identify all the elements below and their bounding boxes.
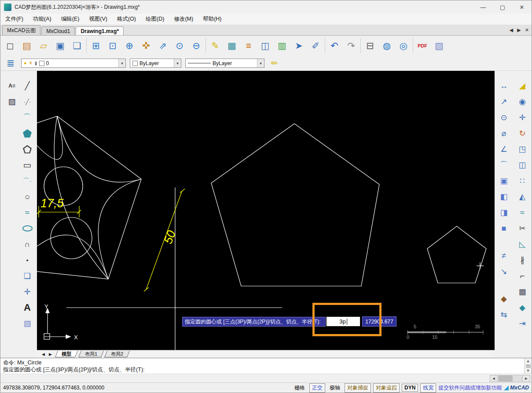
tab-scroll-left-icon[interactable]: ◀ (510, 27, 513, 33)
3d-cube-icon[interactable]: ◆ (515, 300, 529, 316)
large-pentagon-entity[interactable] (211, 124, 379, 286)
erase-icon[interactable]: ◢ (515, 78, 529, 94)
dim-aligned-icon[interactable]: ↗ (497, 94, 511, 110)
dim-radius-icon[interactable]: ⊙ (497, 110, 511, 125)
redo-icon[interactable]: ↷ (343, 37, 360, 55)
web-arc-entity[interactable] (37, 116, 62, 159)
construction-line-icon[interactable]: ·╱· (22, 96, 33, 107)
web-arc-entity[interactable] (57, 116, 141, 182)
menu-view[interactable]: 视图(V) (84, 14, 112, 25)
print-icon[interactable]: ⊟ (362, 37, 378, 55)
polygon-outline-tool-icon[interactable] (22, 143, 33, 155)
ellipse-tool-icon[interactable] (22, 223, 33, 234)
dim-angular-icon[interactable]: ∠ (497, 141, 511, 157)
arc-tool-icon[interactable]: ⌒ (22, 112, 33, 123)
leader-icon[interactable]: ↘ (497, 264, 511, 279)
toggle-otrack[interactable]: 对象追踪 (373, 383, 400, 393)
menu-file[interactable]: 文件(F) (0, 14, 28, 25)
export-select-icon[interactable]: ➤ (290, 37, 307, 55)
text-tool-icon[interactable]: A (22, 302, 33, 313)
command-line-area[interactable]: 命令: Mx_Circle 指定圆的圆心或 [三点(3P)/两点(2P)]/切点… (0, 358, 532, 374)
dim-diameter-icon[interactable]: ⌀ (497, 125, 511, 141)
scale-icon[interactable]: ◳ (515, 141, 529, 157)
menu-function[interactable]: 功能(A) (28, 14, 56, 25)
save-icon[interactable]: ▣ (52, 37, 69, 55)
polyline-tool-icon[interactable]: ⌒· (22, 175, 33, 187)
horizontal-scrollbar[interactable]: ◄ ► (0, 374, 532, 382)
break-icon[interactable]: ∦ (515, 252, 529, 268)
3d-box-icon[interactable]: ◆ (497, 291, 511, 307)
menu-edit[interactable]: 编辑(E) (56, 14, 84, 25)
layout-nav-right-icon[interactable]: ▶ (48, 352, 53, 356)
open-notebook-icon[interactable]: ▤ (18, 37, 35, 55)
tab-layout1[interactable]: 布局1 (78, 351, 104, 357)
dim-break-icon[interactable]: ≠ (497, 248, 511, 264)
zoom-previous-icon[interactable]: ⊖ (188, 37, 205, 55)
tab-drawing1[interactable]: Drawing1.mxg* (76, 26, 124, 35)
spline-tool-icon[interactable]: ≈ (22, 207, 33, 218)
web-publish-icon[interactable]: ◍ (378, 37, 395, 55)
scroll-down-icon[interactable]: ▼ (526, 369, 530, 373)
mtext-icon[interactable]: ≡ (240, 37, 257, 55)
hatch-tool-icon[interactable]: ▨ (6, 96, 18, 107)
sketch-pencil-icon[interactable]: ✎ (207, 37, 224, 55)
copy-object-tool-icon[interactable]: ❏ (22, 270, 33, 282)
offset-icon[interactable]: ≈ (515, 205, 529, 220)
dim-ordinate-icon[interactable]: ▣ (497, 173, 511, 189)
maximize-button[interactable]: ▢ (493, 0, 512, 14)
insert-block-icon[interactable]: ⇥ (515, 316, 529, 331)
toggle-ortho[interactable]: 正交 (309, 383, 325, 393)
text-style-icon[interactable]: A≡ (6, 80, 18, 92)
drawing-canvas-area[interactable]: Y X 17,5 50 (37, 71, 495, 350)
hscroll-right-icon[interactable]: ► (522, 375, 530, 382)
explode-icon[interactable]: ▩ (515, 284, 529, 300)
hscroll-left-icon[interactable]: ◄ (490, 375, 498, 382)
rotate-icon[interactable]: ↻ (515, 125, 529, 141)
dim-continue-icon[interactable]: ◨ (497, 205, 511, 220)
chamfer-icon[interactable]: ⌐ (515, 268, 529, 284)
rectangle-tool-icon[interactable]: ▭ (22, 159, 33, 171)
layer-manager-icon[interactable]: ▥ (274, 37, 290, 55)
tab-mxcloud1[interactable]: MxCloud1 (41, 26, 75, 35)
chevron-down-icon[interactable]: ▾ (118, 59, 125, 67)
move-icon[interactable]: ✛ (515, 110, 529, 125)
chevron-down-icon[interactable]: ▾ (174, 59, 181, 67)
feedback-link[interactable]: 提交软件问题或增加新功能 (438, 384, 502, 392)
hscroll-thumb[interactable] (499, 375, 513, 382)
minimize-button[interactable]: — (473, 0, 493, 14)
web-download-icon[interactable]: ◎ (395, 37, 412, 55)
linewidth-pencil-icon[interactable]: ✏ (271, 58, 278, 68)
menu-modify[interactable]: 修改(M) (169, 14, 198, 25)
zoom-in-icon[interactable]: ⊕ (121, 37, 138, 55)
layout-nav-left-icon[interactable]: ◀ (40, 352, 46, 356)
close-button[interactable]: ✕ (512, 0, 532, 14)
linetype-combo[interactable]: ByLayer ▾ (185, 59, 264, 68)
layers-stack-icon[interactable]: ≣ (4, 58, 17, 69)
command-scrollbar[interactable]: ▲ ▼ (524, 358, 532, 374)
pan-icon[interactable]: ✜ (138, 37, 154, 55)
hscroll-track[interactable] (498, 375, 522, 382)
menu-help[interactable]: 帮助(H) (198, 14, 226, 25)
toggle-polar[interactable]: 极轴 (327, 384, 342, 392)
orbit-icon[interactable]: ⇗ (154, 37, 171, 55)
dim-quick-icon[interactable]: ■ (497, 220, 511, 236)
revcloud-tool-icon[interactable]: ∩ (22, 239, 33, 250)
zoom-window-icon[interactable]: ⊡ (104, 37, 121, 55)
tab-model[interactable]: 模型 (55, 351, 78, 357)
toggle-dyn[interactable]: DYN (402, 384, 418, 392)
scroll-thumb[interactable] (526, 364, 531, 368)
polygon-filled-tool-icon[interactable] (22, 128, 33, 139)
toggle-lineweight[interactable]: 线宽 (420, 383, 436, 393)
dim-linear-icon[interactable]: ↔ (497, 78, 511, 94)
color-combo[interactable]: ByLayer ▾ (130, 59, 181, 68)
array-icon[interactable]: ∷ (515, 173, 529, 189)
tab-layout2[interactable]: 布局2 (104, 351, 130, 357)
dim-arc-length-icon[interactable]: ⌒ (497, 157, 511, 173)
undo-icon[interactable]: ↶ (326, 37, 343, 55)
dim-edit-icon[interactable]: ⇆ (497, 307, 511, 323)
viewport-icon[interactable]: ◫ (257, 37, 274, 55)
scroll-up-icon[interactable]: ▲ (526, 359, 530, 363)
open-folder-icon[interactable]: ▱ (35, 37, 52, 55)
circle-tool-icon[interactable]: ○ (22, 191, 33, 202)
toggle-osnap[interactable]: 对象捕捉 (345, 383, 371, 393)
